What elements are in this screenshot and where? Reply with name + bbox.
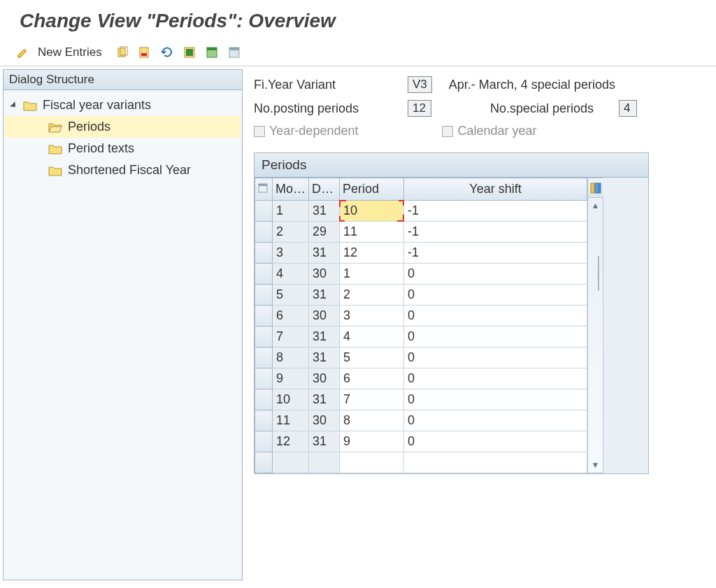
sidebar-item-shortened-fiscal-year[interactable]: Shortened Fiscal Year bbox=[5, 159, 241, 181]
row-selector[interactable] bbox=[255, 368, 273, 389]
row-selector[interactable] bbox=[255, 264, 273, 285]
cell-month[interactable]: 12 bbox=[273, 431, 309, 452]
cell-period[interactable] bbox=[340, 452, 404, 473]
cell-day[interactable]: 31 bbox=[309, 201, 340, 222]
col-day[interactable]: D… bbox=[309, 178, 340, 201]
cell-day[interactable]: 31 bbox=[309, 285, 340, 306]
year-dependent-checkbox[interactable] bbox=[254, 126, 265, 137]
sidebar-item-period-texts[interactable]: Period texts bbox=[5, 138, 241, 159]
cell-period[interactable]: 7 bbox=[340, 389, 404, 410]
table-config-icon[interactable] bbox=[588, 178, 603, 198]
cell-period[interactable]: 10 bbox=[340, 201, 404, 222]
table-row[interactable]: 113080 bbox=[255, 410, 587, 431]
cell-year-shift[interactable]: -1 bbox=[404, 222, 587, 243]
table-row[interactable]: 13110-1 bbox=[255, 201, 587, 222]
table-scrollbar[interactable]: ▲ ⋮ ▼ bbox=[587, 178, 603, 473]
cell-year-shift[interactable]: 0 bbox=[404, 327, 587, 347]
cell-period[interactable]: 6 bbox=[340, 368, 404, 389]
row-selector[interactable] bbox=[255, 222, 273, 243]
cell-year-shift[interactable]: 0 bbox=[404, 389, 587, 410]
undo-icon[interactable] bbox=[159, 45, 175, 60]
periods-table[interactable]: Mo… D… Period Year shift 13110-122911-13… bbox=[255, 178, 587, 473]
cell-month[interactable]: 7 bbox=[273, 327, 309, 347]
cell-day[interactable]: 31 bbox=[309, 431, 340, 452]
cell-year-shift[interactable]: 0 bbox=[404, 285, 587, 306]
sidebar-item-periods[interactable]: Periods bbox=[5, 116, 241, 138]
cell-day[interactable]: 30 bbox=[309, 410, 340, 431]
cell-year-shift[interactable]: 0 bbox=[404, 431, 587, 452]
table-row[interactable]: 123190 bbox=[255, 431, 587, 452]
cell-period[interactable]: 11 bbox=[340, 222, 404, 243]
scroll-grip-icon[interactable]: ⋮ bbox=[598, 256, 599, 291]
table-row[interactable]: 63030 bbox=[255, 306, 587, 327]
cell-year-shift[interactable]: 0 bbox=[404, 264, 587, 285]
select-block-icon[interactable] bbox=[204, 45, 220, 60]
table-row[interactable]: 73140 bbox=[255, 327, 587, 347]
table-row[interactable]: 43010 bbox=[255, 264, 587, 285]
delete-icon[interactable] bbox=[137, 45, 152, 60]
cell-month[interactable]: 3 bbox=[273, 243, 309, 264]
cell-day[interactable]: 31 bbox=[309, 327, 340, 347]
cell-day[interactable] bbox=[309, 452, 340, 473]
cell-day[interactable]: 29 bbox=[309, 222, 340, 243]
cell-period[interactable]: 3 bbox=[340, 306, 404, 327]
cell-year-shift[interactable]: 0 bbox=[404, 306, 587, 327]
cell-year-shift[interactable]: 0 bbox=[404, 410, 587, 431]
cell-month[interactable]: 11 bbox=[273, 410, 309, 431]
tree-root-fiscal-year-variants[interactable]: Fiscal year variants bbox=[5, 94, 241, 116]
cell-period[interactable]: 8 bbox=[340, 410, 404, 431]
cell-month[interactable]: 1 bbox=[273, 201, 309, 222]
row-selector[interactable] bbox=[255, 327, 273, 347]
deselect-all-icon[interactable] bbox=[227, 45, 242, 60]
cell-period[interactable]: 9 bbox=[340, 431, 404, 452]
cell-month[interactable]: 9 bbox=[273, 368, 309, 389]
calendar-year-checkbox[interactable] bbox=[442, 126, 453, 137]
cell-period[interactable]: 4 bbox=[340, 327, 404, 347]
row-selector[interactable] bbox=[255, 452, 273, 473]
cell-day[interactable]: 30 bbox=[309, 264, 340, 285]
row-selector[interactable] bbox=[255, 243, 273, 264]
scroll-down-icon[interactable]: ▼ bbox=[588, 457, 603, 473]
table-row[interactable]: 53120 bbox=[255, 285, 587, 306]
cell-period[interactable]: 5 bbox=[340, 347, 404, 368]
col-period[interactable]: Period bbox=[340, 178, 404, 201]
edit-icon[interactable] bbox=[15, 45, 31, 60]
cell-year-shift[interactable]: -1 bbox=[404, 243, 587, 264]
cell-year-shift[interactable]: 0 bbox=[404, 368, 587, 389]
cell-month[interactable]: 5 bbox=[273, 285, 309, 306]
expand-icon[interactable] bbox=[10, 101, 17, 109]
row-selector[interactable] bbox=[255, 285, 273, 306]
table-row[interactable]: 33112-1 bbox=[255, 243, 587, 264]
select-column-header[interactable] bbox=[255, 178, 273, 201]
table-row[interactable] bbox=[255, 452, 587, 473]
cell-day[interactable]: 30 bbox=[309, 306, 340, 327]
col-year-shift[interactable]: Year shift bbox=[404, 178, 587, 201]
cell-month[interactable]: 8 bbox=[273, 347, 309, 368]
row-selector[interactable] bbox=[255, 347, 273, 368]
scroll-up-icon[interactable]: ▲ bbox=[588, 198, 603, 213]
cell-month[interactable]: 10 bbox=[273, 389, 309, 410]
cell-month[interactable] bbox=[273, 452, 309, 473]
table-row[interactable]: 103170 bbox=[255, 389, 587, 410]
cell-month[interactable]: 2 bbox=[273, 222, 309, 243]
row-selector[interactable] bbox=[255, 431, 273, 452]
table-row[interactable]: 93060 bbox=[255, 368, 587, 389]
cell-year-shift[interactable] bbox=[404, 452, 587, 473]
table-row[interactable]: 83150 bbox=[255, 347, 587, 368]
cell-period[interactable]: 1 bbox=[340, 264, 404, 285]
cell-month[interactable]: 4 bbox=[273, 264, 309, 285]
cell-year-shift[interactable]: -1 bbox=[404, 201, 587, 222]
cell-period[interactable]: 12 bbox=[340, 243, 404, 264]
row-selector[interactable] bbox=[255, 410, 273, 431]
row-selector[interactable] bbox=[255, 389, 273, 410]
cell-day[interactable]: 31 bbox=[309, 243, 340, 264]
cell-month[interactable]: 6 bbox=[273, 306, 309, 327]
table-row[interactable]: 22911-1 bbox=[255, 222, 587, 243]
select-all-icon[interactable] bbox=[182, 45, 197, 60]
copy-icon[interactable] bbox=[115, 45, 130, 60]
cell-day[interactable]: 31 bbox=[309, 389, 340, 410]
cell-period[interactable]: 2 bbox=[340, 285, 404, 306]
new-entries-button[interactable]: New Entries bbox=[38, 45, 102, 59]
cell-day[interactable]: 31 bbox=[309, 347, 340, 368]
row-selector[interactable] bbox=[255, 306, 273, 327]
